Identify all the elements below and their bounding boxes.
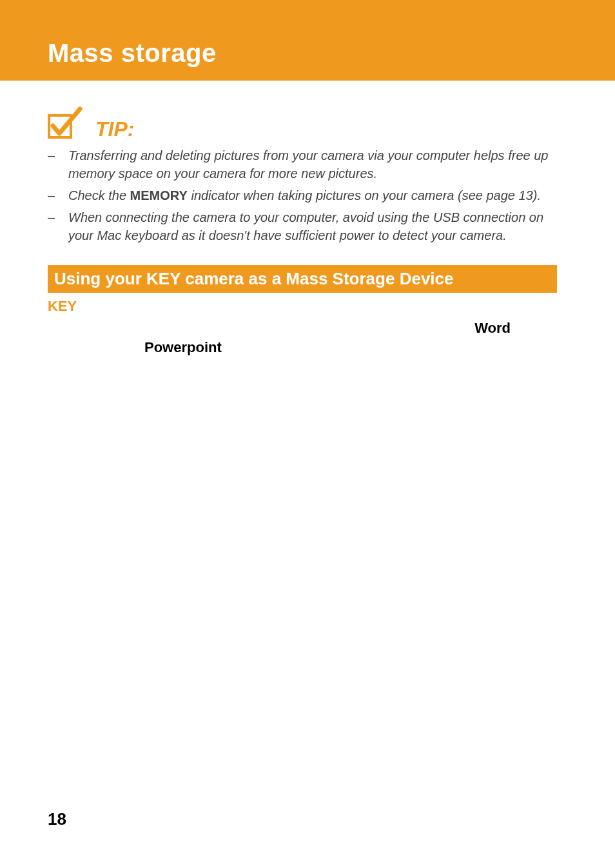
header-band: Mass storage (0, 0, 615, 81)
tip-label: TIP: (95, 117, 134, 141)
list-dash: – (48, 146, 68, 182)
tip-text: When connecting the camera to your compu… (68, 208, 567, 244)
key-label: KEY (48, 298, 567, 315)
tip-item: – When connecting the camera to your com… (48, 208, 567, 244)
floating-words: Word Powerpoint (48, 320, 567, 371)
checkmark-box-icon (48, 106, 84, 143)
list-dash: – (48, 208, 68, 244)
tip-header: TIP: (48, 106, 567, 141)
tip-list: – Transferring and deleting pictures fro… (48, 146, 567, 244)
word-label: Word (474, 320, 511, 337)
tip-item: – Check the MEMORY indicator when taking… (48, 186, 567, 204)
tip-text-pre: Check the (68, 188, 130, 202)
content-area: TIP: – Transferring and deleting picture… (0, 81, 615, 371)
tip-text-post: indicator when taking pictures on your c… (188, 188, 541, 202)
memory-bold: MEMORY (130, 188, 188, 202)
tip-text: Transferring and deleting pictures from … (68, 146, 567, 182)
list-dash: – (48, 186, 68, 204)
page-number: 18 (48, 809, 66, 829)
tip-item: – Transferring and deleting pictures fro… (48, 146, 567, 182)
tip-text: Check the MEMORY indicator when taking p… (68, 186, 567, 204)
page-title: Mass storage (48, 39, 615, 68)
powerpoint-label: Powerpoint (144, 339, 222, 356)
section-heading: Using your KEY camera as a Mass Storage … (48, 265, 557, 293)
